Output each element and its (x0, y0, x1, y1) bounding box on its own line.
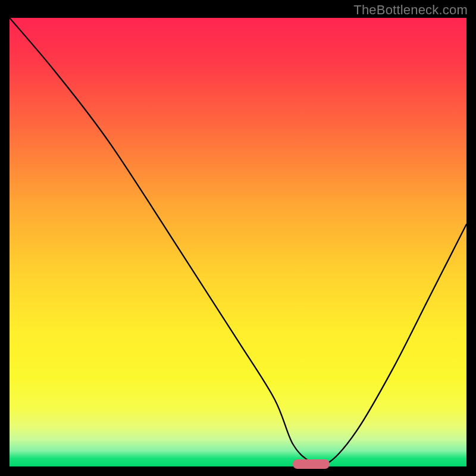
optimum-marker (293, 459, 329, 469)
plot-area (10, 18, 466, 466)
chart-frame: TheBottleneck.com (0, 0, 476, 476)
bottleneck-curve (10, 18, 466, 465)
watermark-label: TheBottleneck.com (353, 2, 468, 18)
curve-layer (10, 18, 466, 466)
